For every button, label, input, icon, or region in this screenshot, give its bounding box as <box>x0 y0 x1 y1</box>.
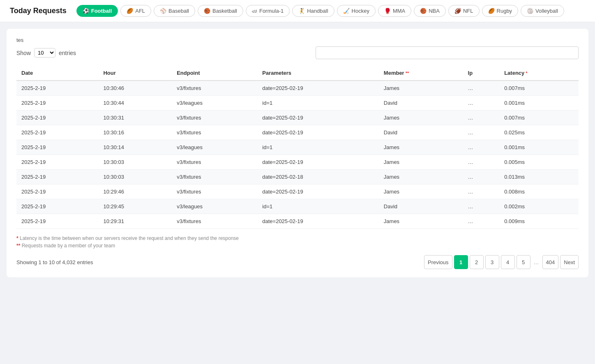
cell-ip: … <box>463 184 500 199</box>
table-body: 2025-2-1910:30:46v3/fixturesdate=2025-02… <box>16 81 579 229</box>
page-wrapper: Today Requests ⚽Football🏉AFL⚾Baseball🏀Ba… <box>0 0 595 364</box>
cell-hour: 10:29:46 <box>98 184 172 199</box>
pagination-info: Showing 1 to 10 of 4,032 entries <box>16 259 93 265</box>
table-row: 2025-2-1910:30:14v3/leaguesid=1James…0.0… <box>16 140 579 155</box>
cell-hour: 10:30:03 <box>98 155 172 170</box>
cell-member: James <box>379 155 463 170</box>
table-header-row: DateHourEndpointParametersMember **IpLat… <box>16 66 579 81</box>
prev-button[interactable]: Previous <box>424 255 452 269</box>
table-head: DateHourEndpointParametersMember **IpLat… <box>16 66 579 81</box>
cell-latency: 0.001ms <box>499 140 579 155</box>
cell-parameters: date=2025-02-19 <box>257 81 379 96</box>
show-label: Show <box>16 50 31 56</box>
cell-ip: … <box>463 214 500 229</box>
sport-tab-hockey[interactable]: 🏑Hockey <box>337 5 376 17</box>
sport-tab-afl[interactable]: 🏉AFL <box>120 5 151 17</box>
football-icon: ⚽ <box>83 8 89 14</box>
sport-tab-baseball[interactable]: ⚾Baseball <box>154 5 195 17</box>
cell-latency: 0.007ms <box>499 81 579 96</box>
cell-date: 2025-2-19 <box>16 199 98 214</box>
page-button-last[interactable]: 404 <box>542 255 559 269</box>
cell-member: James <box>379 170 463 184</box>
sport-tab-basketball[interactable]: 🏀Basketball <box>198 5 243 17</box>
cell-ip: … <box>463 199 500 214</box>
cell-member: James <box>379 81 463 96</box>
sport-tabs: ⚽Football🏉AFL⚾Baseball🏀Basketball🏎Formul… <box>76 5 564 17</box>
table-row: 2025-2-1910:30:16v3/fixturesdate=2025-02… <box>16 125 579 140</box>
nfl-icon: 🏈 <box>454 8 461 14</box>
cell-ip: … <box>463 81 500 96</box>
cell-hour: 10:30:14 <box>98 140 172 155</box>
cell-hour: 10:29:31 <box>98 214 172 229</box>
cell-member: James <box>379 140 463 155</box>
page-button-4[interactable]: 4 <box>501 255 515 269</box>
cell-latency: 0.025ms <box>499 125 579 140</box>
sport-tab-nfl[interactable]: 🏈NFL <box>448 5 480 17</box>
cell-parameters: date=2025-02-19 <box>257 111 379 125</box>
cell-member: James <box>379 214 463 229</box>
hockey-icon: 🏑 <box>343 8 350 14</box>
sport-tab-football[interactable]: ⚽Football <box>76 5 118 17</box>
sport-tab-handball[interactable]: 🤾Handball <box>292 5 334 17</box>
sport-tab-mma[interactable]: 🥊MMA <box>378 5 411 17</box>
cell-parameters: date=2025-02-19 <box>257 214 379 229</box>
col-header-parameters: Parameters <box>257 66 379 81</box>
cell-hour: 10:30:46 <box>98 81 172 96</box>
page-button-1[interactable]: 1 <box>454 255 468 269</box>
sport-tab-volleyball[interactable]: 🏐Volleyball <box>521 5 564 17</box>
cell-member: David <box>379 125 463 140</box>
cell-parameters: date=2025-02-19 <box>257 125 379 140</box>
col-header-date: Date <box>16 66 98 81</box>
nba-icon: 🏀 <box>420 8 427 14</box>
cell-latency: 0.013ms <box>499 170 579 184</box>
cell-latency: 0.001ms <box>499 96 579 111</box>
sport-tab-rugby[interactable]: 🏉Rugby <box>482 5 519 17</box>
table-row: 2025-2-1910:30:03v3/fixturesdate=2025-02… <box>16 155 579 170</box>
cell-endpoint: v3/leagues <box>172 140 257 155</box>
pagination-bar: Showing 1 to 10 of 4,032 entries Previou… <box>16 255 579 269</box>
page-button-3[interactable]: 3 <box>485 255 499 269</box>
cell-member: James <box>379 111 463 125</box>
cell-endpoint: v3/fixtures <box>172 125 257 140</box>
cell-date: 2025-2-19 <box>16 111 98 125</box>
cell-date: 2025-2-19 <box>16 125 98 140</box>
pagination-controls: Previous12345…404Next <box>424 255 579 269</box>
page-button-5[interactable]: 5 <box>517 255 530 269</box>
cell-hour: 10:29:45 <box>98 199 172 214</box>
col-header-hour: Hour <box>98 66 172 81</box>
cell-hour: 10:30:16 <box>98 125 172 140</box>
search-input[interactable] <box>316 46 579 59</box>
data-table: DateHourEndpointParametersMember **IpLat… <box>16 66 579 229</box>
cell-endpoint: v3/fixtures <box>172 81 257 96</box>
cell-hour: 10:30:31 <box>98 111 172 125</box>
footnotes: * Latency is the time between when our s… <box>16 235 579 249</box>
entries-select[interactable]: 102550100 <box>34 48 55 58</box>
cell-date: 2025-2-19 <box>16 81 98 96</box>
cell-endpoint: v3/fixtures <box>172 111 257 125</box>
cell-parameters: id=1 <box>257 199 379 214</box>
member-footnote: ** Requests made by a member of your tea… <box>16 243 579 249</box>
cell-parameters: date=2025-02-19 <box>257 155 379 170</box>
sport-tab-formula1[interactable]: 🏎Formula-1 <box>246 5 290 17</box>
basketball-icon: 🏀 <box>204 8 210 14</box>
volleyball-icon: 🏐 <box>527 8 533 14</box>
cell-endpoint: v3/fixtures <box>172 214 257 229</box>
entries-label: entries <box>59 50 76 56</box>
controls-top: Show 102550100 entries <box>16 46 579 59</box>
next-button[interactable]: Next <box>560 255 579 269</box>
cell-member: David <box>379 199 463 214</box>
afl-icon: 🏉 <box>127 8 133 14</box>
col-header-ip: Ip <box>463 66 500 81</box>
cell-endpoint: v3/leagues <box>172 96 257 111</box>
mma-icon: 🥊 <box>384 8 391 14</box>
cell-latency: 0.007ms <box>499 111 579 125</box>
sport-tab-nba[interactable]: 🏀NBA <box>414 5 446 17</box>
table-row: 2025-2-1910:30:44v3/leaguesid=1David…0.0… <box>16 96 579 111</box>
cell-ip: … <box>463 111 500 125</box>
page-button-2[interactable]: 2 <box>470 255 484 269</box>
cell-date: 2025-2-19 <box>16 155 98 170</box>
handball-icon: 🤾 <box>298 8 305 14</box>
cell-ip: … <box>463 155 500 170</box>
col-header-endpoint: Endpoint <box>172 66 257 81</box>
cell-date: 2025-2-19 <box>16 170 98 184</box>
